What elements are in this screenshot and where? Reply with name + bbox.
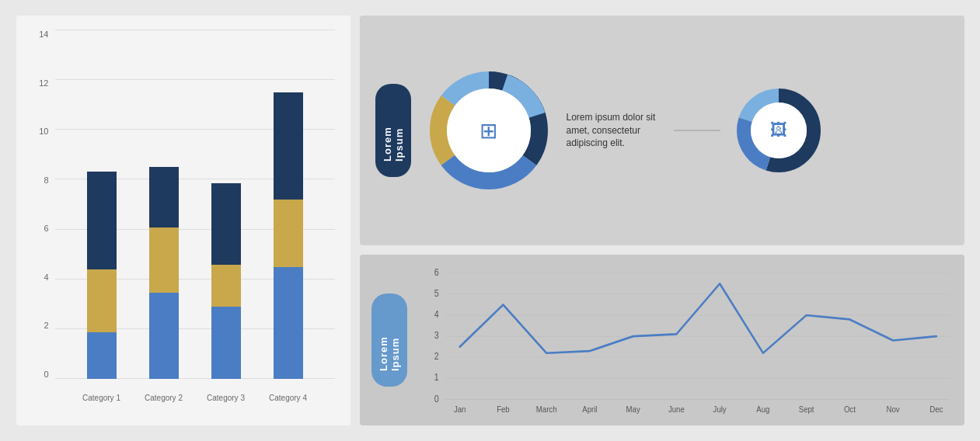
donut-vertical-label: Lorem Ipsum: [375, 84, 411, 177]
donut-panel: Lorem Ipsum ⊞ Lorem ipsum dolo: [360, 16, 964, 245]
dark-segment: [274, 92, 303, 200]
svg-text:July: July: [713, 405, 727, 414]
x-labels: Category 1Category 2Category 3Category 4: [55, 394, 335, 402]
x-axis-label: Category 1: [78, 394, 125, 402]
y-axis-labels: 02468101214: [26, 30, 49, 379]
svg-text:0: 0: [434, 394, 438, 404]
tooltip-area: Lorem ipsum dolor sit amet, consectetur …: [567, 111, 720, 150]
chart-area: 02468101214 Category 1Category 2Category…: [55, 30, 335, 402]
bar-group: [87, 172, 117, 379]
blue-segment: [87, 332, 117, 379]
svg-text:1: 1: [434, 372, 438, 382]
blue-segment: [274, 267, 303, 379]
x-axis-label: Category 4: [265, 394, 312, 402]
y-axis-label: 0: [26, 370, 49, 379]
svg-text:April: April: [582, 405, 597, 414]
svg-text:June: June: [668, 405, 684, 414]
svg-text:3: 3: [434, 330, 438, 340]
svg-text:Oct: Oct: [843, 405, 855, 414]
svg-text:4: 4: [434, 309, 438, 319]
x-axis-label: Category 3: [203, 394, 249, 402]
large-donut: ⊞: [419, 61, 559, 200]
y-axis-label: 10: [26, 127, 49, 136]
x-axis-label: Category 2: [141, 394, 187, 402]
bar-stack: [274, 92, 303, 379]
bar-group: [274, 92, 303, 379]
line-vertical-label: Lorem Ipsum: [371, 293, 407, 387]
gold-segment: [211, 265, 241, 307]
svg-text:Nov: Nov: [886, 405, 900, 414]
svg-text:Feb: Feb: [497, 405, 510, 414]
bar-chart-panel: 02468101214 Category 1Category 2Category…: [16, 16, 350, 425]
y-axis-label: 8: [26, 175, 49, 185]
y-axis-label: 14: [26, 30, 49, 39]
gold-segment: [149, 227, 179, 293]
blue-segment: [211, 307, 241, 379]
gold-segment: [274, 200, 303, 267]
small-donut-icon: 🖼: [770, 120, 787, 141]
svg-text:5: 5: [434, 288, 438, 298]
dark-segment: [211, 183, 241, 265]
bars-container: [55, 30, 335, 379]
blue-segment: [149, 293, 179, 379]
line-panel: Lorem Ipsum 0 1 2 3 4 5: [360, 255, 964, 425]
small-donut: 🖼: [728, 80, 829, 181]
y-axis-label: 6: [26, 224, 49, 233]
y-axis-label: 12: [26, 78, 49, 88]
dark-segment: [149, 167, 179, 227]
gold-segment: [87, 269, 117, 332]
line-chart-svg: 0 1 2 3 4 5 6 Jan Feb March April May Ju…: [415, 265, 953, 416]
y-axis-label: 4: [26, 273, 49, 282]
line-chart-area: 0 1 2 3 4 5 6 Jan Feb March April May Ju…: [415, 265, 953, 416]
bar-stack: [211, 183, 241, 379]
bar-stack: [149, 167, 179, 379]
svg-text:2: 2: [434, 351, 438, 361]
connector-svg: [674, 115, 720, 146]
svg-text:Jan: Jan: [453, 405, 466, 414]
tooltip-text: Lorem ipsum dolor sit amet, consectetur …: [567, 111, 668, 150]
svg-text:May: May: [626, 405, 640, 414]
svg-text:6: 6: [434, 267, 438, 277]
y-axis-label: 2: [26, 321, 49, 330]
right-panels: Lorem Ipsum ⊞ Lorem ipsum dolo: [360, 16, 964, 425]
bar-group: [211, 183, 241, 379]
svg-text:Sept: Sept: [798, 405, 814, 414]
svg-text:March: March: [535, 405, 556, 414]
bar-group: [149, 167, 179, 379]
bar-stack: [87, 172, 117, 379]
large-donut-icon: ⊞: [480, 118, 497, 144]
svg-text:Dec: Dec: [929, 405, 943, 414]
svg-text:Aug: Aug: [756, 405, 769, 414]
dark-segment: [87, 172, 117, 269]
dashboard: 02468101214 Category 1Category 2Category…: [9, 8, 972, 433]
